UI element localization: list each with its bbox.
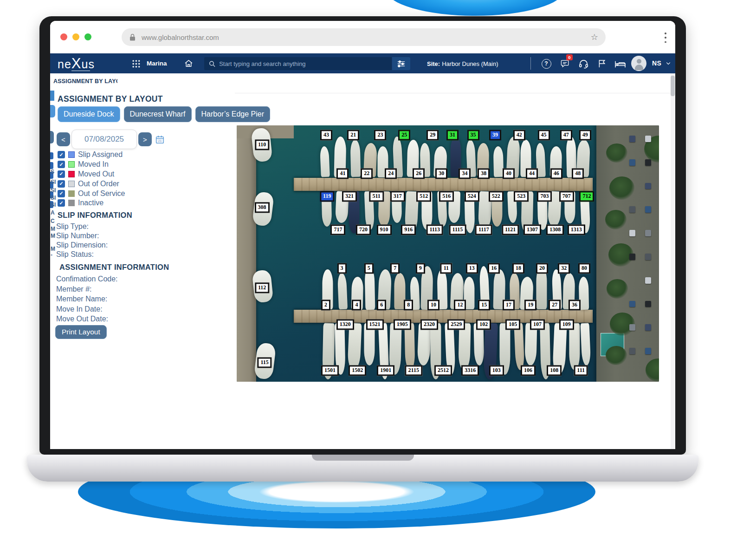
print-layout-button[interactable]: Print Layout bbox=[55, 325, 107, 339]
slip-label[interactable]: 29 bbox=[426, 130, 439, 140]
slip-label[interactable]: 1115 bbox=[449, 225, 466, 235]
slip-label[interactable]: 21 bbox=[347, 130, 359, 140]
slip-label[interactable]: 516 bbox=[439, 191, 454, 202]
slip-label[interactable]: 1521 bbox=[366, 319, 384, 330]
slip-label[interactable]: 1901 bbox=[377, 365, 394, 376]
slip-label[interactable]: 103 bbox=[489, 365, 504, 376]
slip-label[interactable]: 43 bbox=[320, 130, 332, 140]
slip-label[interactable]: 1905 bbox=[394, 319, 411, 330]
slip-label[interactable]: 1121 bbox=[502, 225, 519, 235]
slip-label[interactable]: 15 bbox=[478, 300, 490, 310]
headset-icon[interactable] bbox=[577, 58, 589, 70]
slip-label[interactable]: 720 bbox=[356, 225, 371, 235]
slip-label[interactable]: 16 bbox=[488, 263, 500, 274]
slip-label[interactable]: 2512 bbox=[434, 365, 452, 376]
slip-label[interactable]: 108 bbox=[547, 365, 562, 376]
slip-label[interactable]: 1502 bbox=[349, 365, 366, 376]
slip-label[interactable]: 524 bbox=[465, 191, 479, 202]
legend-checkbox[interactable] bbox=[58, 151, 65, 158]
slip-label[interactable]: 317 bbox=[390, 191, 405, 202]
slip-label[interactable]: 2 bbox=[321, 300, 330, 310]
slip-label[interactable]: 23 bbox=[374, 130, 386, 140]
bed-icon[interactable] bbox=[614, 58, 626, 70]
site-selector[interactable]: Site:Harbor Dunes (Main) bbox=[427, 60, 498, 67]
slip-label[interactable]: 707 bbox=[559, 191, 574, 202]
slip-label[interactable]: 44 bbox=[526, 168, 538, 179]
dock-tab[interactable]: Harbor’s Edge Pier bbox=[195, 106, 270, 122]
slip-label[interactable]: 9 bbox=[416, 263, 425, 274]
calendar-icon[interactable]: 21 bbox=[155, 135, 165, 144]
slip-label[interactable]: 523 bbox=[514, 191, 529, 202]
slip-label[interactable]: 102 bbox=[476, 319, 491, 330]
search-filters-button[interactable] bbox=[392, 57, 410, 70]
slip-label[interactable]: 115 bbox=[257, 358, 271, 368]
slip-label[interactable]: 46 bbox=[550, 168, 562, 179]
slip-label[interactable]: 25 bbox=[398, 130, 410, 140]
slip-label[interactable]: 32 bbox=[558, 263, 570, 274]
scrollbar-track[interactable] bbox=[671, 73, 675, 449]
bookmark-star-icon[interactable] bbox=[591, 33, 598, 41]
chevron-down-icon[interactable] bbox=[665, 60, 672, 67]
slip-label[interactable]: 1307 bbox=[523, 225, 541, 235]
slip-label[interactable]: 42 bbox=[513, 130, 525, 140]
slip-label[interactable]: 119 bbox=[320, 191, 334, 202]
slip-label[interactable]: 11 bbox=[440, 263, 452, 274]
address-bar[interactable]: www.globalnorthstar.com bbox=[122, 28, 606, 46]
slip-label[interactable]: 34 bbox=[459, 168, 471, 179]
slip-label[interactable]: 38 bbox=[478, 168, 490, 179]
slip-label[interactable]: 3 bbox=[337, 263, 347, 274]
slip-label[interactable]: 17 bbox=[503, 300, 515, 310]
slip-label[interactable]: 13 bbox=[466, 263, 478, 274]
slip-label[interactable]: 30 bbox=[435, 168, 447, 179]
legend-checkbox[interactable] bbox=[58, 190, 65, 197]
slip-label[interactable]: 18 bbox=[512, 263, 524, 274]
home-icon[interactable] bbox=[184, 59, 194, 68]
slip-label[interactable]: 106 bbox=[521, 365, 536, 376]
slip-label[interactable]: 31 bbox=[446, 130, 459, 140]
browser-menu-icon[interactable] bbox=[663, 33, 668, 43]
date-prev-button[interactable]: < bbox=[57, 132, 70, 146]
slip-label[interactable]: 1313 bbox=[568, 225, 585, 235]
slip-label[interactable]: 916 bbox=[401, 225, 416, 235]
slip-label[interactable]: 522 bbox=[489, 191, 504, 202]
slip-label[interactable]: 40 bbox=[503, 168, 515, 179]
slip-label[interactable]: 8 bbox=[404, 300, 413, 310]
slip-label[interactable]: 6 bbox=[377, 300, 386, 310]
slip-label[interactable]: 48 bbox=[572, 168, 584, 179]
flag-icon[interactable] bbox=[596, 58, 608, 70]
slip-label[interactable]: 112 bbox=[255, 282, 269, 293]
slip-label[interactable]: 703 bbox=[537, 191, 552, 202]
slip-label[interactable]: 10 bbox=[427, 300, 439, 310]
help-icon[interactable] bbox=[540, 58, 552, 70]
close-window-button[interactable] bbox=[60, 33, 67, 40]
slip-label[interactable]: 2115 bbox=[405, 365, 422, 376]
slip-label[interactable]: 109 bbox=[559, 319, 574, 330]
slip-label[interactable]: 5 bbox=[364, 263, 374, 274]
slip-label[interactable]: 105 bbox=[505, 319, 520, 330]
slip-label[interactable]: 107 bbox=[530, 319, 545, 330]
date-next-button[interactable]: > bbox=[138, 132, 152, 146]
slip-label[interactable]: 26 bbox=[413, 168, 425, 179]
global-search[interactable] bbox=[204, 57, 392, 70]
slip-label[interactable]: 45 bbox=[538, 130, 550, 140]
slip-label[interactable]: 47 bbox=[560, 130, 572, 140]
slip-label[interactable]: 2320 bbox=[420, 319, 438, 330]
slip-label[interactable]: 35 bbox=[467, 130, 479, 140]
legend-checkbox[interactable] bbox=[58, 180, 65, 188]
legend-checkbox[interactable] bbox=[58, 170, 65, 178]
slip-label[interactable]: 910 bbox=[377, 225, 392, 235]
slip-label[interactable]: 1308 bbox=[546, 225, 564, 235]
slip-label[interactable]: 7 bbox=[390, 263, 400, 274]
slip-label[interactable]: 36 bbox=[569, 300, 581, 310]
url-text[interactable]: www.globalnorthstar.com bbox=[142, 33, 591, 41]
date-input[interactable] bbox=[71, 130, 137, 149]
slip-label[interactable]: 308 bbox=[255, 202, 270, 213]
slip-label[interactable]: 717 bbox=[330, 225, 345, 235]
slip-label[interactable]: 2529 bbox=[447, 319, 465, 330]
slip-label[interactable]: 110 bbox=[255, 139, 269, 150]
slip-label[interactable]: 20 bbox=[536, 263, 548, 274]
slip-label[interactable]: 321 bbox=[342, 191, 357, 202]
slip-label[interactable]: 712 bbox=[579, 191, 594, 202]
maximize-window-button[interactable] bbox=[84, 33, 91, 40]
search-input[interactable] bbox=[219, 60, 387, 67]
